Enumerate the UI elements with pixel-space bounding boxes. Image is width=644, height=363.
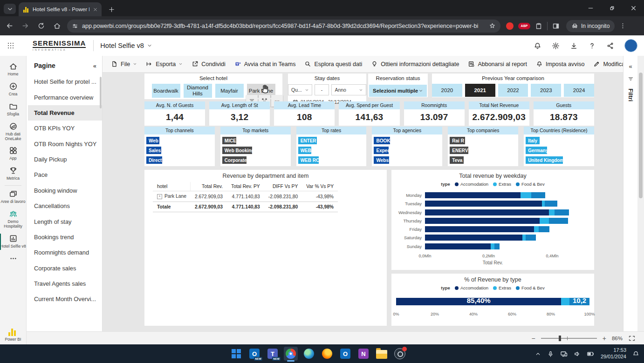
page-item-corporate-sales[interactable]: Corporate sales <box>27 261 102 276</box>
page-item-bookings-trend[interactable]: Bookings trend <box>27 229 102 245</box>
bar-segment-food-bev[interactable] <box>494 243 500 249</box>
side-panel-icon[interactable] <box>552 22 560 30</box>
toolbar-item-imposta-avviso[interactable]: Imposta avviso <box>536 60 584 67</box>
taskbar-app-edge-icon[interactable] <box>302 347 316 361</box>
legend-item-extras[interactable]: Extras <box>493 285 511 290</box>
table-row[interactable]: +Park Lane2.672.909,034.771.140,83-2.098… <box>153 191 338 202</box>
filters-funnel-icon[interactable] <box>628 76 634 82</box>
table-column-header[interactable]: DIFF Vs PY <box>264 182 302 191</box>
page-item-cancellations[interactable]: Cancellations <box>27 198 102 214</box>
bar-segment-accomodation[interactable] <box>425 192 521 198</box>
bar-segment-food-bev[interactable] <box>549 218 568 224</box>
top-list-bar-enter[interactable]: ENTER <box>298 137 317 144</box>
taskbar-app-obs-icon[interactable] <box>393 347 407 361</box>
legend-item-accomodation[interactable]: Accomodation <box>455 285 488 290</box>
bar-segment-accomodation[interactable] <box>425 226 534 232</box>
taskbar-app-outlook2-icon[interactable]: O <box>338 347 352 361</box>
page-item-travel-agents-sales[interactable]: Travel Agents sales <box>27 276 102 291</box>
top-list-bar-web-ro[interactable]: WEB RO <box>298 156 319 164</box>
bar-segment-food-bev[interactable] <box>539 226 549 232</box>
table-column-header[interactable]: Total Rev. <box>191 182 227 191</box>
taskbar-app-teams-app-icon[interactable]: TNEW <box>266 347 280 361</box>
bar-segment-food-bev[interactable] <box>526 235 536 241</box>
bar-segment-accomodation[interactable] <box>425 209 549 215</box>
page-item-total-revenue[interactable]: Total Revenue <box>27 105 102 121</box>
sidebar-item-hotel-selfie-v8[interactable]: Hotel Selfie v8 <box>0 232 27 252</box>
battery-icon[interactable] <box>587 350 595 358</box>
bar-segment-extras[interactable] <box>540 218 548 224</box>
zoom-out-icon[interactable]: − <box>532 335 535 342</box>
download-icon[interactable] <box>570 42 578 50</box>
hotel-button-diamond-hills[interactable]: Diamond Hills <box>184 84 212 98</box>
sidebar-item-app[interactable]: App <box>0 144 27 164</box>
year-button-2020[interactable]: 2020 <box>432 84 462 97</box>
collapse-pages-icon[interactable]: « <box>93 63 96 69</box>
top-list-bar-websi[interactable]: Websi <box>374 156 389 164</box>
legend-item-food-bev[interactable]: Food & Bev <box>516 182 545 187</box>
page-item-current-month-overvi-[interactable]: Current Month Overvi... <box>27 291 102 307</box>
extension-clipboard-icon[interactable] <box>535 22 542 30</box>
top-list-bar-exped[interactable]: Exped <box>374 147 389 154</box>
top-list-bar-enerv[interactable]: ENERV <box>450 147 468 154</box>
sidebar-item-aree-di-lavoro[interactable]: Aree di lavoro <box>0 187 27 207</box>
top-list-bar-mice[interactable]: MICE <box>222 137 236 144</box>
top-list-bar-corporate[interactable]: Corporate <box>222 156 247 164</box>
top-list-bar-teva[interactable]: Teva <box>450 156 464 164</box>
page-item-daily-pickup[interactable]: Daily Pickup <box>27 152 102 167</box>
page-item-roomnights-demand[interactable]: Roomnights demand <box>27 245 102 260</box>
waffle-menu-icon[interactable] <box>0 42 21 49</box>
taskbar-app-firefox-icon[interactable] <box>320 347 334 361</box>
bar-segment-extras[interactable] <box>522 235 526 241</box>
browser-scrollbar[interactable] <box>637 56 644 331</box>
year-button-2021[interactable]: 2021 <box>465 84 495 97</box>
sidebar-item-home[interactable]: Home <box>0 60 27 80</box>
table-row[interactable]: Totale2.672.909,034.771.140,83-2.098.231… <box>153 202 338 212</box>
url-bar[interactable]: app.powerbi.com/groups/bb0e72f9-3dfb-478… <box>67 20 500 33</box>
share-feedback-icon[interactable] <box>606 42 614 50</box>
pct-bar-segment-food-bev[interactable]: 10,2 <box>569 298 589 305</box>
microphone-icon[interactable] <box>547 350 554 357</box>
taskbar-app-outlook-icon[interactable]: ONEW <box>247 347 261 361</box>
notifications-icon[interactable] <box>534 42 541 50</box>
bar-segment-accomodation[interactable] <box>425 243 491 249</box>
toolbar-item-modifica[interactable]: Modifica <box>593 60 625 67</box>
cast-display-icon[interactable] <box>560 350 568 357</box>
bar-segment-extras[interactable] <box>534 226 539 232</box>
reload-icon[interactable] <box>34 22 48 30</box>
zoom-in-icon[interactable]: + <box>603 335 606 342</box>
report-title[interactable]: Hotel Selfie v8 <box>100 42 152 49</box>
sidebar-item-crea[interactable]: Crea <box>0 80 27 100</box>
browser-menu-icon[interactable] <box>619 22 626 29</box>
legend-item-accomodation[interactable]: Accomodation <box>455 182 488 187</box>
filters-pane-label[interactable]: Filtri <box>627 88 634 101</box>
forward-icon[interactable] <box>19 22 32 30</box>
bar-segment-food-bev[interactable] <box>555 209 569 215</box>
table-column-header[interactable]: Total Rev. PY <box>227 182 264 191</box>
row-expand-icon[interactable]: + <box>157 194 162 199</box>
fit-to-page-icon[interactable] <box>628 335 636 342</box>
bar-segment-extras[interactable] <box>521 192 531 198</box>
toolbar-item-esporta[interactable]: Esporta <box>146 60 183 67</box>
taskbar-app-onenote-icon[interactable]: N <box>356 347 370 361</box>
site-settings-icon[interactable] <box>72 23 78 29</box>
taskbar-app-explorer-icon[interactable] <box>375 347 389 361</box>
new-tab-button[interactable] <box>105 3 117 15</box>
pages-scrollbar[interactable] <box>100 77 102 108</box>
bar-segment-extras[interactable] <box>491 243 494 249</box>
hotel-button-mayfair[interactable]: Mayfair <box>215 84 244 98</box>
pct-bar-segment-accomodation[interactable]: 85,40% <box>396 298 561 305</box>
legend-item-extras[interactable]: Extras <box>493 182 511 187</box>
top-list-bar-germany[interactable]: Germany <box>526 147 547 154</box>
reservation-status-select[interactable]: Selezioni multiple <box>369 85 427 97</box>
taskbar-app-start-icon[interactable] <box>229 347 243 361</box>
expand-filters-icon[interactable]: « <box>629 63 632 69</box>
toolbar-item-file[interactable]: File <box>111 60 137 67</box>
pct-bar-segment-extras[interactable] <box>561 298 569 305</box>
sidebar-item-metrica[interactable]: Metrica <box>0 164 27 184</box>
stay-dates-granularity-select[interactable]: Qu... <box>288 84 312 95</box>
sidebar-item-sfoglia[interactable]: Sfoglia <box>0 100 27 120</box>
year-button-2022[interactable]: 2022 <box>498 84 528 97</box>
legend-item-food-bev[interactable]: Food & Bev <box>516 285 545 290</box>
toolbar-item-condividi[interactable]: Condividi <box>192 60 225 67</box>
year-button-2024[interactable]: 2024 <box>564 84 594 97</box>
